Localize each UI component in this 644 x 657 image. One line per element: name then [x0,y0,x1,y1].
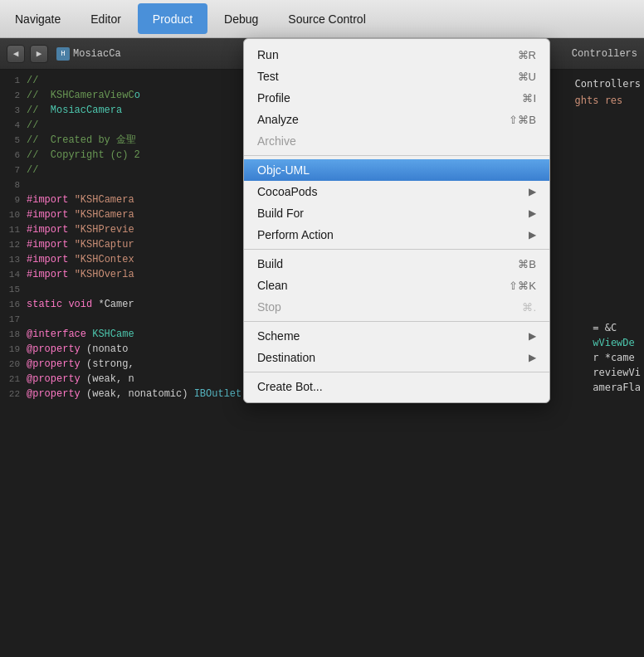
file-icon: H [56,47,70,61]
menu-debug[interactable]: Debug [209,0,273,37]
menu-product[interactable]: Product [138,3,207,34]
menu-item-run-label: Run [257,48,518,61]
menu-item-analyze-shortcut: ⇧⌘B [509,114,536,126]
menu-item-create-bot-label: Create Bot... [257,380,536,393]
menu-item-test-shortcut: ⌘U [518,71,536,83]
menu-item-run-shortcut: ⌘R [518,49,536,61]
menu-item-build-label: Build [257,257,518,270]
menu-item-destination-label: Destination [257,351,529,364]
menu-item-perform-action[interactable]: Perform Action ▶ [244,224,549,246]
menu-item-clean[interactable]: Clean ⇧⌘K [244,275,549,296]
menu-item-cocoapods-label: CocoaPods [257,185,529,198]
file-breadcrumb: H MosiacCa [56,46,121,61]
scheme-arrow-icon: ▶ [529,330,536,342]
menu-source-control[interactable]: Source Control [273,0,380,37]
menu-item-build-shortcut: ⌘B [518,258,536,270]
back-button[interactable]: ◀ [7,45,25,63]
forward-button[interactable]: ▶ [30,45,48,63]
menu-item-scheme-label: Scheme [257,329,529,343]
menu-item-analyze[interactable]: Analyze ⇧⌘B [244,109,549,130]
menu-item-run[interactable]: Run ⌘R [244,44,549,66]
cocoapods-arrow-icon: ▶ [529,186,536,197]
separator-2 [244,249,549,250]
separator-1 [244,155,549,156]
right-side-code: = &C wViewDe r *came reviewVi ameraFla [593,320,641,395]
menu-editor[interactable]: Editor [76,0,136,37]
menu-item-profile-shortcut: ⌘I [522,92,536,105]
menu-item-create-bot[interactable]: Create Bot... [244,376,549,397]
destination-arrow-icon: ▶ [529,352,536,363]
menu-item-stop-label: Stop [257,300,522,314]
menu-item-scheme[interactable]: Scheme ▶ [244,325,549,347]
menu-item-cocoapods[interactable]: CocoaPods ▶ [244,181,549,202]
menu-item-analyze-label: Analyze [257,113,509,126]
separator-3 [244,321,549,322]
menu-item-archive[interactable]: Archive [244,130,549,152]
perform-action-arrow-icon: ▶ [529,229,536,241]
menu-bar: Navigate Editor Product Debug Source Con… [0,0,644,38]
menu-item-clean-shortcut: ⇧⌘K [509,280,536,292]
menu-item-build[interactable]: Build ⌘B [244,253,549,275]
menu-item-test-label: Test [257,70,518,83]
menu-item-build-for[interactable]: Build For ▶ [244,202,549,224]
product-menu: Run ⌘R Test ⌘U Profile ⌘I Analyze ⇧⌘B Ar… [243,38,550,403]
build-for-arrow-icon: ▶ [529,207,536,219]
menu-item-clean-label: Clean [257,279,509,292]
menu-item-perform-action-label: Perform Action [257,228,529,241]
menu-item-profile[interactable]: Profile ⌘I [244,87,549,109]
menu-item-archive-label: Archive [257,134,536,148]
menu-item-stop[interactable]: Stop ⌘. [244,296,549,318]
menu-item-stop-shortcut: ⌘. [522,301,536,314]
menu-item-objc-uml[interactable]: Objc-UML [244,159,549,181]
menu-navigate[interactable]: Navigate [0,0,76,37]
menu-item-test[interactable]: Test ⌘U [244,66,549,87]
menu-item-profile-label: Profile [257,91,522,105]
menu-item-objc-uml-label: Objc-UML [257,163,536,177]
separator-4 [244,372,549,372]
file-name: MosiacCa [73,46,121,61]
right-overflow: Controllers ghts res [572,70,644,114]
toolbar-right-label: Controllers [572,46,637,61]
menu-item-destination[interactable]: Destination ▶ [244,347,549,368]
menu-item-build-for-label: Build For [257,207,529,220]
